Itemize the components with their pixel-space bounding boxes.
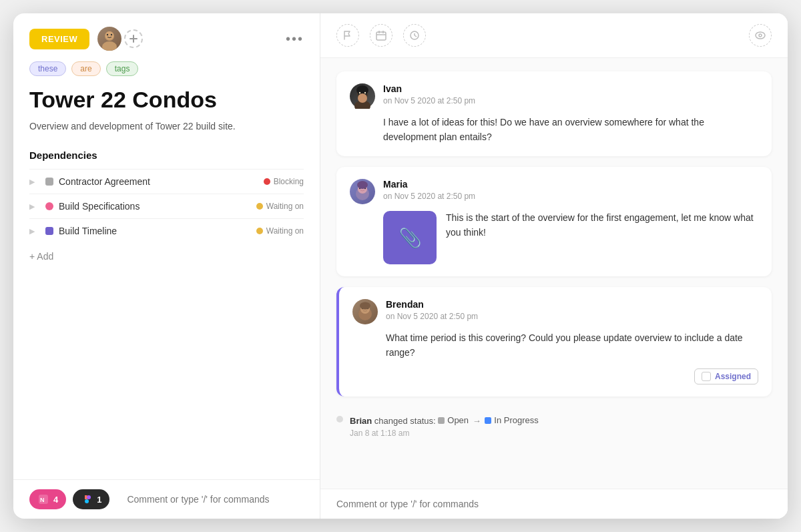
right-header	[320, 13, 788, 58]
svg-rect-13	[376, 32, 386, 40]
dep-item-contractor[interactable]: ▶ Contractor Agreement Blocking	[29, 169, 304, 194]
avatar-ivan	[350, 83, 375, 109]
svg-point-20	[756, 32, 765, 39]
status-dot-red	[264, 178, 270, 185]
status-dot-yellow-1	[256, 203, 263, 210]
app1-count: 4	[53, 495, 58, 505]
comment-footer-brendan: Assigned	[386, 368, 758, 384]
dep-item-build-spec[interactable]: ▶ Build Specifications Waiting on	[29, 194, 304, 218]
comment-time-brendan: on Nov 5 2020 at 2:50 pm	[386, 312, 478, 321]
clock-button[interactable]	[403, 24, 426, 47]
svg-text:N: N	[40, 497, 45, 503]
notion-icon: N	[37, 493, 49, 505]
add-dependency-button[interactable]: + Add	[13, 243, 320, 270]
comment-text-maria: This is the start of the overview for th…	[446, 211, 758, 240]
right-panel: Ivan on Nov 5 2020 at 2:50 pm I have a l…	[320, 13, 788, 519]
comment-header-brendan: Brendan on Nov 5 2020 at 2:50 pm	[352, 299, 758, 324]
comment-card-brendan: Brendan on Nov 5 2020 at 2:50 pm What ti…	[336, 287, 772, 396]
app-badge-figma[interactable]: 1	[73, 489, 109, 509]
status-dot-yellow-2	[256, 228, 263, 234]
comment-input-area[interactable]	[116, 494, 304, 505]
right-header-actions	[749, 24, 772, 47]
svg-point-28	[358, 93, 367, 103]
comment-with-attachment-maria: 📎 This is the start of the overview for …	[383, 211, 758, 264]
avatar-group	[97, 27, 143, 51]
dep-status-contractor: Blocking	[264, 177, 304, 186]
dep-expand-arrow: ▶	[29, 178, 40, 186]
add-member-button[interactable]	[124, 29, 143, 48]
left-footer: N 4 1	[13, 479, 320, 519]
open-status-dot	[438, 417, 445, 424]
more-options-button[interactable]: •••	[286, 31, 304, 47]
svg-point-33	[357, 181, 368, 189]
activity-text: Brian changed status: Open → In Progress	[350, 414, 539, 427]
activity-action: changed status:	[374, 416, 436, 426]
tag-tags[interactable]: tags	[106, 61, 139, 76]
dep-expand-arrow: ▶	[29, 227, 40, 236]
right-comment-input[interactable]	[336, 499, 772, 509]
comment-meta-maria: Maria on Nov 5 2020 at 2:50 pm	[383, 179, 475, 201]
comment-author-maria: Maria	[383, 179, 475, 190]
activity-time: Jan 8 at 1:18 am	[350, 429, 539, 438]
eye-button[interactable]	[749, 24, 772, 47]
comment-author-brendan: Brendan	[386, 299, 478, 310]
page-description: Overview and development of Tower 22 bui…	[13, 119, 320, 150]
avatar	[97, 27, 121, 51]
dep-item-build-timeline[interactable]: ▶ Build Timeline Waiting on	[29, 218, 304, 243]
comment-time-ivan: on Nov 5 2020 at 2:50 pm	[383, 96, 475, 105]
activity-content: Brian changed status: Open → In Progress	[350, 414, 539, 438]
comment-card-maria: Maria on Nov 5 2020 at 2:50 pm 📎 This is…	[336, 167, 772, 276]
main-content: REVIEW	[13, 13, 788, 519]
activity-actor: Brian	[350, 416, 372, 426]
assigned-button[interactable]: Assigned	[694, 368, 758, 384]
svg-point-26	[359, 92, 360, 93]
right-footer	[320, 489, 788, 519]
page-title: Tower 22 Condos	[13, 87, 320, 119]
status-open: Open	[438, 414, 469, 427]
left-panel: REVIEW	[13, 13, 320, 519]
dep-status-build-timeline: Waiting on	[256, 226, 304, 236]
in-progress-status-dot	[485, 417, 491, 424]
status-in-progress: In Progress	[485, 414, 538, 427]
dep-expand-arrow: ▶	[29, 202, 40, 211]
activity-dot	[336, 416, 343, 423]
tag-are[interactable]: are	[71, 61, 100, 76]
assigned-checkbox	[702, 372, 711, 381]
dep-name-build-spec: Build Specifications	[59, 201, 251, 212]
figma-icon	[81, 493, 93, 505]
to-status: In Progress	[494, 414, 538, 427]
activity-item-brian: Brian changed status: Open → In Progress	[336, 407, 772, 445]
arrow-right: →	[473, 416, 484, 426]
comment-header-maria: Maria on Nov 5 2020 at 2:50 pm	[350, 179, 758, 204]
dep-dot-purple	[45, 227, 53, 235]
comment-meta-ivan: Ivan on Nov 5 2020 at 2:50 pm	[383, 83, 475, 105]
review-button[interactable]: REVIEW	[29, 29, 89, 49]
dep-name-build-timeline: Build Timeline	[59, 226, 251, 236]
app-window: REVIEW	[13, 13, 788, 519]
app-badge-notion[interactable]: N 4	[29, 489, 66, 509]
tag-these[interactable]: these	[29, 61, 66, 76]
svg-point-12	[87, 495, 91, 499]
svg-point-21	[759, 34, 762, 37]
svg-point-10	[85, 499, 89, 503]
dep-dot-gray	[45, 178, 53, 186]
comments-feed: Ivan on Nov 5 2020 at 2:50 pm I have a l…	[320, 58, 788, 489]
avatar-maria	[350, 179, 375, 204]
svg-point-38	[360, 302, 370, 310]
comment-input[interactable]	[127, 494, 293, 505]
flag-button[interactable]	[336, 24, 359, 47]
dep-dot-pink	[45, 202, 53, 210]
comment-text-ivan: I have a lot of ideas for this! Do we ha…	[383, 115, 758, 144]
svg-point-4	[111, 34, 112, 35]
comment-time-maria: on Nov 5 2020 at 2:50 pm	[383, 192, 475, 201]
assigned-label: Assigned	[715, 372, 751, 381]
attachment-icon: 📎	[398, 227, 422, 249]
tags-row: these are tags	[13, 61, 320, 87]
attachment-thumbnail[interactable]: 📎	[383, 211, 437, 264]
calendar-button[interactable]	[370, 24, 392, 47]
comment-text-brendan: What time period is this covering? Could…	[386, 331, 758, 360]
dependencies-list: ▶ Contractor Agreement Blocking ▶ Build …	[13, 169, 320, 243]
comment-meta-brendan: Brendan on Nov 5 2020 at 2:50 pm	[386, 299, 478, 321]
svg-point-27	[364, 92, 366, 93]
left-header: REVIEW	[13, 13, 320, 61]
